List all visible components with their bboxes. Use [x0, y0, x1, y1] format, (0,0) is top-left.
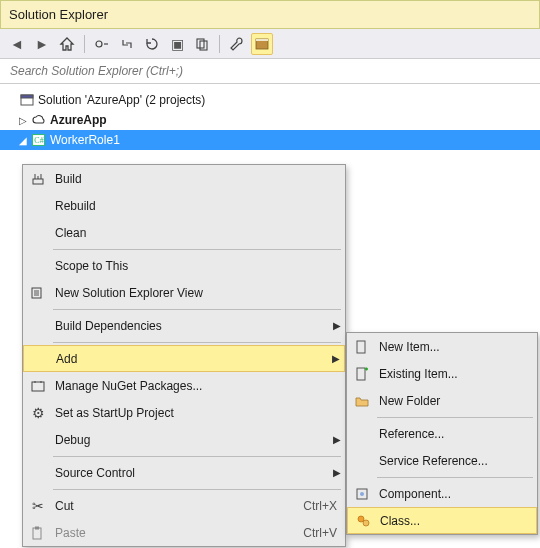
solution-explorer-toolbar: ◄ ► ▣ — [0, 29, 540, 59]
menu-shortcut: Ctrl+V — [303, 526, 337, 540]
class-icon — [348, 513, 378, 529]
menu-shortcut: Ctrl+X — [303, 499, 337, 513]
tree-label: AzureApp — [50, 113, 107, 127]
add-submenu: New Item... Existing Item... New Folder … — [346, 332, 538, 535]
submenu-arrow-icon: ▶ — [328, 353, 344, 364]
menu-label: Set as StartUp Project — [53, 406, 345, 420]
panel-title-text: Solution Explorer — [9, 7, 108, 22]
nuget-icon — [23, 378, 53, 394]
menu-build-deps[interactable]: Build Dependencies ▶ — [23, 312, 345, 339]
svg-point-0 — [96, 41, 102, 47]
menu-debug[interactable]: Debug ▶ — [23, 426, 345, 453]
menu-clean[interactable]: Clean — [23, 219, 345, 246]
existing-item-icon — [347, 366, 377, 382]
pending-changes-icon[interactable] — [91, 33, 113, 55]
component-icon — [347, 486, 377, 502]
project-context-menu: Build Rebuild Clean Scope to This New So… — [22, 164, 346, 547]
menu-reference[interactable]: Reference... — [347, 420, 537, 447]
submenu-arrow-icon: ▶ — [329, 320, 345, 331]
svg-rect-15 — [357, 368, 365, 380]
menu-build[interactable]: Build — [23, 165, 345, 192]
expand-collapse-icon[interactable]: ▷ — [16, 115, 30, 126]
build-icon — [23, 171, 53, 187]
new-view-icon — [23, 285, 53, 301]
menu-scope[interactable]: Scope to This — [23, 252, 345, 279]
menu-label: Service Reference... — [377, 454, 537, 468]
expand-collapse-icon[interactable]: ◢ — [16, 135, 30, 146]
menu-paste: Paste Ctrl+V — [23, 519, 345, 546]
svg-text:C#: C# — [34, 136, 43, 145]
svg-point-19 — [363, 520, 369, 526]
menu-new-folder[interactable]: New Folder — [347, 387, 537, 414]
menu-cut[interactable]: ✂ Cut Ctrl+X — [23, 492, 345, 519]
solution-tree: Solution 'AzureApp' (2 projects) ▷ Azure… — [0, 84, 540, 156]
back-icon[interactable]: ◄ — [6, 33, 28, 55]
sync-icon[interactable] — [116, 33, 138, 55]
menu-label: Component... — [377, 487, 537, 501]
search-box[interactable] — [0, 59, 540, 84]
forward-icon[interactable]: ► — [31, 33, 53, 55]
new-item-icon — [347, 339, 377, 355]
menu-label: Class... — [378, 514, 536, 528]
cloud-icon — [30, 112, 48, 128]
menu-label: Reference... — [377, 427, 537, 441]
svg-rect-12 — [33, 528, 41, 539]
menu-nuget[interactable]: Manage NuGet Packages... — [23, 372, 345, 399]
svg-point-17 — [360, 492, 364, 496]
solution-node[interactable]: Solution 'AzureApp' (2 projects) — [0, 90, 540, 110]
menu-label: Debug — [53, 433, 329, 447]
menu-label: Existing Item... — [377, 367, 537, 381]
cut-icon: ✂ — [23, 498, 53, 514]
solution-icon — [18, 92, 36, 108]
menu-label: Build — [53, 172, 345, 186]
refresh-icon[interactable] — [141, 33, 163, 55]
svg-point-18 — [358, 516, 364, 522]
menu-startup[interactable]: ⚙ Set as StartUp Project — [23, 399, 345, 426]
menu-label: Cut — [53, 499, 303, 513]
csharp-project-icon: C# — [30, 132, 48, 148]
svg-rect-6 — [21, 95, 33, 98]
svg-rect-13 — [35, 526, 39, 529]
menu-source-control[interactable]: Source Control ▶ — [23, 459, 345, 486]
home-icon[interactable] — [56, 33, 78, 55]
toolbar-separator — [219, 35, 220, 53]
gear-icon: ⚙ — [23, 405, 53, 421]
menu-label: Add — [54, 352, 328, 366]
submenu-arrow-icon: ▶ — [329, 434, 345, 445]
show-all-files-icon[interactable] — [191, 33, 213, 55]
collapse-all-icon[interactable]: ▣ — [166, 33, 188, 55]
menu-label: Paste — [53, 526, 303, 540]
tree-label: WorkerRole1 — [50, 133, 120, 147]
menu-service-reference[interactable]: Service Reference... — [347, 447, 537, 474]
properties-icon[interactable] — [226, 33, 248, 55]
tree-label: Solution 'AzureApp' (2 projects) — [38, 93, 205, 107]
panel-title: Solution Explorer — [0, 0, 540, 29]
menu-new-item[interactable]: New Item... — [347, 333, 537, 360]
menu-label: New Item... — [377, 340, 537, 354]
menu-label: Build Dependencies — [53, 319, 329, 333]
menu-label: New Solution Explorer View — [53, 286, 345, 300]
project-node-azureapp[interactable]: ▷ AzureApp — [0, 110, 540, 130]
project-node-workerrole1[interactable]: ◢ C# WorkerRole1 — [0, 130, 540, 150]
menu-label: Rebuild — [53, 199, 345, 213]
menu-component[interactable]: Component... — [347, 480, 537, 507]
menu-new-view[interactable]: New Solution Explorer View — [23, 279, 345, 306]
svg-rect-11 — [32, 382, 44, 391]
menu-existing-item[interactable]: Existing Item... — [347, 360, 537, 387]
toolbar-separator — [84, 35, 85, 53]
menu-label: Clean — [53, 226, 345, 240]
menu-label: Scope to This — [53, 259, 345, 273]
menu-label: New Folder — [377, 394, 537, 408]
svg-rect-9 — [33, 179, 43, 184]
menu-label: Source Control — [53, 466, 329, 480]
search-input[interactable] — [8, 59, 532, 83]
svg-rect-14 — [357, 341, 365, 353]
submenu-arrow-icon: ▶ — [329, 467, 345, 478]
folder-icon — [347, 393, 377, 409]
menu-label: Manage NuGet Packages... — [53, 379, 345, 393]
preview-icon[interactable] — [251, 33, 273, 55]
menu-add[interactable]: Add ▶ — [23, 345, 345, 372]
paste-icon — [23, 525, 53, 541]
menu-rebuild[interactable]: Rebuild — [23, 192, 345, 219]
menu-class[interactable]: Class... — [347, 507, 537, 534]
